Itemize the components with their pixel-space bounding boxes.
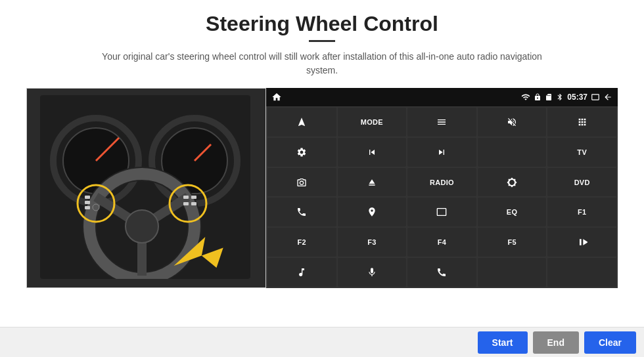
dvd-button[interactable]: DVD <box>547 168 616 197</box>
f1-button[interactable]: F1 <box>547 198 616 226</box>
svg-rect-19 <box>183 196 189 199</box>
end-button[interactable]: End <box>533 331 579 354</box>
svg-rect-17 <box>85 206 90 209</box>
page-container: Steering Wheel Control Your original car… <box>0 0 644 357</box>
svg-rect-22 <box>191 202 196 205</box>
svg-rect-15 <box>85 196 90 199</box>
status-bar-left <box>271 92 282 102</box>
media-button[interactable]: TV <box>547 138 616 167</box>
music-button[interactable] <box>267 258 336 287</box>
mode-button[interactable]: MODE <box>338 108 407 136</box>
screen-button[interactable] <box>407 198 476 226</box>
content-area: 05:37 MODE <box>26 88 618 288</box>
mute-button[interactable] <box>478 108 547 136</box>
menu-button[interactable] <box>407 108 476 136</box>
svg-rect-20 <box>191 196 196 199</box>
time-display: 05:37 <box>567 93 587 102</box>
navigate-button[interactable] <box>267 108 336 136</box>
status-bar: 05:37 <box>266 88 618 106</box>
tv-button[interactable] <box>478 138 547 167</box>
status-bar-right: 05:37 <box>521 93 612 102</box>
callend-button[interactable] <box>407 258 476 287</box>
navi-button[interactable] <box>338 198 407 226</box>
next-button[interactable] <box>407 138 476 167</box>
f3-button[interactable]: F3 <box>338 228 407 257</box>
radio-button[interactable]: RADIO <box>407 168 476 197</box>
f4-button[interactable]: F4 <box>407 228 476 257</box>
bluetooth-icon <box>556 93 564 101</box>
wifi-icon <box>521 93 530 102</box>
eject-button[interactable] <box>338 168 407 197</box>
lock-icon <box>534 93 541 101</box>
mic-button[interactable] <box>338 258 407 287</box>
brightness-button[interactable] <box>478 168 547 197</box>
f5-button[interactable]: F5 <box>478 228 547 257</box>
start-button[interactable]: Start <box>478 331 528 354</box>
eq-button[interactable]: EQ <box>478 198 547 226</box>
svg-point-12 <box>126 210 158 243</box>
steering-wheel-image <box>26 88 266 288</box>
head-unit: 05:37 MODE <box>266 88 618 288</box>
clear-button[interactable]: Clear <box>584 331 636 354</box>
title-divider <box>309 40 335 42</box>
prev-button[interactable] <box>338 138 407 167</box>
window-icon <box>591 93 600 102</box>
settings-button[interactable] <box>267 138 336 167</box>
page-title: Steering Wheel Control <box>206 12 438 36</box>
home-icon <box>271 92 282 102</box>
sd-icon <box>545 93 553 101</box>
svg-rect-16 <box>85 201 90 204</box>
playpause-button[interactable] <box>547 228 616 257</box>
empty-btn-2[interactable] <box>547 258 616 287</box>
page-subtitle: Your original car's steering wheel contr… <box>92 50 552 77</box>
apps-button[interactable] <box>547 108 616 136</box>
svg-point-18 <box>93 204 99 211</box>
back-icon <box>603 93 612 102</box>
f2-button[interactable]: F2 <box>267 228 336 257</box>
cam360-button[interactable] <box>267 168 336 197</box>
svg-rect-21 <box>183 202 189 205</box>
phone-button[interactable] <box>267 198 336 226</box>
empty-btn-1[interactable] <box>478 258 547 287</box>
button-grid: MODE <box>266 106 618 288</box>
bottom-bar: Start End Clear <box>0 327 644 357</box>
